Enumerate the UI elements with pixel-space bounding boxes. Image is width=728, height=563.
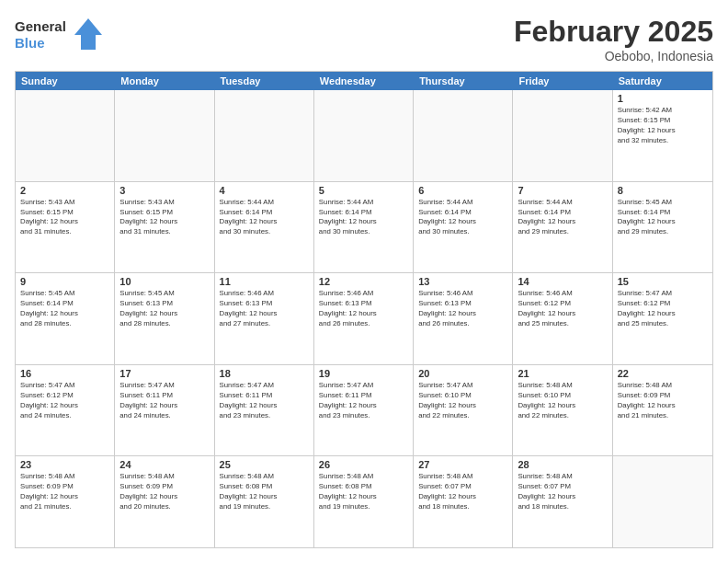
cal-cell: 10Sunrise: 5:45 AM Sunset: 6:13 PM Dayli… [115,273,214,364]
day-number: 10 [119,276,209,287]
header-day-wednesday: Wednesday [314,72,414,90]
cell-info: Sunrise: 5:46 AM Sunset: 6:12 PM Dayligh… [518,289,607,329]
cell-info: Sunrise: 5:48 AM Sunset: 6:08 PM Dayligh… [319,472,408,512]
cal-cell: 11Sunrise: 5:46 AM Sunset: 6:13 PM Dayli… [215,273,314,364]
cell-info: Sunrise: 5:46 AM Sunset: 6:13 PM Dayligh… [418,289,507,329]
day-number: 26 [319,459,408,470]
cal-cell [16,90,115,181]
cell-info: Sunrise: 5:48 AM Sunset: 6:09 PM Dayligh… [618,381,708,421]
cell-info: Sunrise: 5:47 AM Sunset: 6:11 PM Dayligh… [119,381,209,421]
day-number: 28 [518,459,607,470]
cal-cell: 3Sunrise: 5:43 AM Sunset: 6:15 PM Daylig… [115,182,214,273]
cal-cell: 13Sunrise: 5:46 AM Sunset: 6:13 PM Dayli… [414,273,513,364]
header-day-friday: Friday [513,72,612,90]
title-area: February 2025 Oebobo, Indonesia [514,15,713,63]
calendar: SundayMondayTuesdayWednesdayThursdayFrid… [15,71,713,548]
day-number: 5 [319,185,408,196]
cal-cell: 1Sunrise: 5:42 AM Sunset: 6:15 PM Daylig… [613,90,712,181]
header-day-monday: Monday [115,72,214,90]
cell-info: Sunrise: 5:48 AM Sunset: 6:07 PM Dayligh… [418,472,507,512]
cell-info: Sunrise: 5:44 AM Sunset: 6:14 PM Dayligh… [220,198,309,238]
day-number: 3 [119,185,209,196]
cal-row-2: 2Sunrise: 5:43 AM Sunset: 6:15 PM Daylig… [16,182,712,274]
cal-cell: 21Sunrise: 5:48 AM Sunset: 6:10 PM Dayli… [513,365,612,456]
cal-cell [115,90,214,181]
day-number: 16 [20,368,109,379]
cal-cell [613,456,712,547]
svg-marker-2 [74,18,102,50]
cal-cell: 24Sunrise: 5:48 AM Sunset: 6:09 PM Dayli… [115,456,214,547]
cal-cell: 4Sunrise: 5:44 AM Sunset: 6:14 PM Daylig… [215,182,314,273]
cell-info: Sunrise: 5:48 AM Sunset: 6:10 PM Dayligh… [518,381,607,421]
cal-cell: 9Sunrise: 5:45 AM Sunset: 6:14 PM Daylig… [16,273,115,364]
cal-cell [513,90,612,181]
header-day-sunday: Sunday [16,72,115,90]
cell-info: Sunrise: 5:48 AM Sunset: 6:08 PM Dayligh… [220,472,309,512]
cell-info: Sunrise: 5:45 AM Sunset: 6:13 PM Dayligh… [119,289,209,329]
cal-cell: 16Sunrise: 5:47 AM Sunset: 6:12 PM Dayli… [16,365,115,456]
cal-cell: 25Sunrise: 5:48 AM Sunset: 6:08 PM Dayli… [215,456,314,547]
day-number: 20 [418,368,507,379]
day-number: 24 [119,459,209,470]
cell-info: Sunrise: 5:44 AM Sunset: 6:14 PM Dayligh… [319,198,408,238]
cal-cell [414,90,513,181]
cell-info: Sunrise: 5:44 AM Sunset: 6:14 PM Dayligh… [518,198,607,238]
cal-cell: 23Sunrise: 5:48 AM Sunset: 6:09 PM Dayli… [16,456,115,547]
header-day-thursday: Thursday [414,72,513,90]
day-number: 14 [518,276,607,287]
cell-info: Sunrise: 5:45 AM Sunset: 6:14 PM Dayligh… [20,289,109,329]
cell-info: Sunrise: 5:46 AM Sunset: 6:13 PM Dayligh… [220,289,309,329]
cell-info: Sunrise: 5:48 AM Sunset: 6:09 PM Dayligh… [20,472,109,512]
cal-cell: 20Sunrise: 5:47 AM Sunset: 6:10 PM Dayli… [414,365,513,456]
day-number: 21 [518,368,607,379]
svg-text:Blue: Blue [15,35,45,51]
day-number: 17 [119,368,209,379]
day-number: 19 [319,368,408,379]
day-number: 18 [220,368,309,379]
header-day-saturday: Saturday [613,72,712,90]
day-number: 7 [518,185,607,196]
logo: General Blue [15,15,107,55]
cell-info: Sunrise: 5:43 AM Sunset: 6:15 PM Dayligh… [119,198,209,238]
day-number: 22 [618,368,708,379]
calendar-body: 1Sunrise: 5:42 AM Sunset: 6:15 PM Daylig… [16,90,712,547]
cal-row-3: 9Sunrise: 5:45 AM Sunset: 6:14 PM Daylig… [16,273,712,365]
cal-cell [314,90,414,181]
cal-cell: 18Sunrise: 5:47 AM Sunset: 6:11 PM Dayli… [215,365,314,456]
day-number: 11 [220,276,309,287]
day-number: 9 [20,276,109,287]
cal-cell: 6Sunrise: 5:44 AM Sunset: 6:14 PM Daylig… [414,182,513,273]
cal-cell: 28Sunrise: 5:48 AM Sunset: 6:07 PM Dayli… [513,456,612,547]
cell-info: Sunrise: 5:47 AM Sunset: 6:11 PM Dayligh… [220,381,309,421]
day-number: 4 [220,185,309,196]
cell-info: Sunrise: 5:48 AM Sunset: 6:07 PM Dayligh… [518,472,607,512]
location: Oebobo, Indonesia [514,49,713,63]
cal-row-4: 16Sunrise: 5:47 AM Sunset: 6:12 PM Dayli… [16,365,712,457]
day-number: 6 [418,185,507,196]
cell-info: Sunrise: 5:45 AM Sunset: 6:14 PM Dayligh… [618,198,708,238]
cal-row-5: 23Sunrise: 5:48 AM Sunset: 6:09 PM Dayli… [16,456,712,547]
cal-cell: 2Sunrise: 5:43 AM Sunset: 6:15 PM Daylig… [16,182,115,273]
day-number: 23 [20,459,109,470]
day-number: 1 [618,93,708,104]
month-title: February 2025 [514,15,713,49]
cal-cell: 22Sunrise: 5:48 AM Sunset: 6:09 PM Dayli… [613,365,712,456]
day-number: 13 [418,276,507,287]
day-number: 15 [618,276,708,287]
cal-row-1: 1Sunrise: 5:42 AM Sunset: 6:15 PM Daylig… [16,90,712,182]
day-number: 12 [319,276,408,287]
day-number: 2 [20,185,109,196]
svg-text:General: General [15,18,66,34]
cal-cell: 17Sunrise: 5:47 AM Sunset: 6:11 PM Dayli… [115,365,214,456]
cal-cell: 7Sunrise: 5:44 AM Sunset: 6:14 PM Daylig… [513,182,612,273]
header-day-tuesday: Tuesday [215,72,314,90]
cal-cell [215,90,314,181]
cal-cell: 12Sunrise: 5:46 AM Sunset: 6:13 PM Dayli… [314,273,414,364]
cell-info: Sunrise: 5:47 AM Sunset: 6:12 PM Dayligh… [20,381,109,421]
cell-info: Sunrise: 5:44 AM Sunset: 6:14 PM Dayligh… [418,198,507,238]
cal-cell: 19Sunrise: 5:47 AM Sunset: 6:11 PM Dayli… [314,365,414,456]
cal-cell: 26Sunrise: 5:48 AM Sunset: 6:08 PM Dayli… [314,456,414,547]
day-number: 27 [418,459,507,470]
day-number: 25 [220,459,309,470]
cal-cell: 27Sunrise: 5:48 AM Sunset: 6:07 PM Dayli… [414,456,513,547]
